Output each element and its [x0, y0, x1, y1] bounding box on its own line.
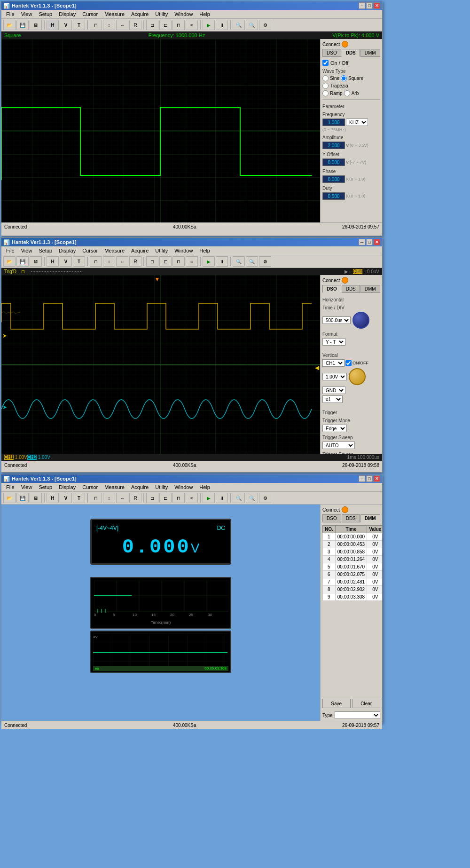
- tb-run-2[interactable]: ⊓: [90, 256, 102, 267]
- tab-dmm-3[interactable]: DMM: [360, 514, 380, 522]
- menu-window-3[interactable]: Window: [172, 484, 196, 490]
- tb-icon10-1[interactable]: ⊓: [172, 20, 185, 30]
- tb-cursor1-2[interactable]: ↕: [103, 256, 115, 267]
- on-off-checkbox-1[interactable]: [322, 60, 329, 66]
- yoff-input-1[interactable]: [322, 158, 345, 166]
- tb-r-1[interactable]: R: [129, 20, 141, 30]
- tb-t-3[interactable]: T: [73, 493, 85, 503]
- freq-unit-select-1[interactable]: KHZ MHz Hz: [346, 118, 368, 126]
- tb-icon9-1[interactable]: ⊏: [159, 20, 172, 30]
- minimize-btn-3[interactable]: ─: [359, 475, 365, 482]
- close-btn-3[interactable]: ✕: [374, 475, 380, 482]
- amp-input-1[interactable]: [322, 142, 345, 149]
- probe-select-2[interactable]: x1 x10: [322, 395, 343, 403]
- tb-save-3[interactable]: 💾: [16, 493, 29, 503]
- tb-open-1[interactable]: 📂: [3, 20, 16, 30]
- menu-file-2[interactable]: File: [3, 247, 17, 254]
- tb-screen-2[interactable]: 🖥: [30, 256, 42, 267]
- menu-cursor-1[interactable]: Cursor: [79, 11, 101, 17]
- tab-dds-3[interactable]: DDS: [342, 514, 360, 522]
- format-select-2[interactable]: Y - T X - Y: [322, 338, 345, 346]
- close-btn-1[interactable]: ✕: [374, 2, 380, 9]
- tb-icon11-1[interactable]: ≈: [186, 20, 198, 30]
- tb-open-2[interactable]: 📂: [3, 256, 16, 267]
- tb-save-1[interactable]: 💾: [16, 20, 29, 30]
- tb-h-1[interactable]: H: [47, 20, 59, 30]
- menu-measure-3[interactable]: Measure: [102, 484, 127, 490]
- tb-t-2[interactable]: T: [73, 256, 85, 267]
- phase-input-1[interactable]: [322, 175, 345, 183]
- tab-dds-2[interactable]: DDS: [342, 285, 360, 293]
- tab-dds-1[interactable]: DDS: [342, 49, 360, 57]
- clear-button-3[interactable]: Clear: [352, 699, 381, 708]
- maximize-btn-3[interactable]: □: [366, 475, 373, 482]
- menu-utility-2[interactable]: Utility: [152, 247, 171, 254]
- tab-dmm-2[interactable]: DMM: [360, 285, 380, 293]
- tb-zoom-in-2[interactable]: 🔍: [233, 256, 245, 267]
- tb-screen-3[interactable]: 🖥: [30, 493, 42, 503]
- menu-measure-1[interactable]: Measure: [102, 11, 127, 17]
- menu-setup-3[interactable]: Setup: [36, 484, 55, 490]
- ch-onoff-2[interactable]: [345, 360, 352, 366]
- tab-dso-1[interactable]: DSO: [322, 49, 341, 57]
- tb-open-3[interactable]: 📂: [3, 493, 16, 503]
- freq-input-1[interactable]: [322, 118, 345, 126]
- menu-acquire-1[interactable]: Acquire: [128, 11, 151, 17]
- menu-help-1[interactable]: Help: [196, 11, 213, 17]
- tb-play-3[interactable]: ▶: [203, 493, 215, 503]
- menu-setup-1[interactable]: Setup: [36, 11, 55, 17]
- menu-help-3[interactable]: Help: [196, 484, 213, 490]
- tb-cursor2-3[interactable]: ↔: [116, 493, 128, 503]
- tb-run-3[interactable]: ⊓: [90, 493, 102, 503]
- tb-v-2[interactable]: V: [60, 256, 72, 267]
- timediv-select-2[interactable]: 500.0us 1ms 100us: [322, 316, 351, 324]
- tb-r-3[interactable]: R: [129, 493, 141, 503]
- tb-r-2[interactable]: R: [129, 256, 141, 267]
- tb-zoom-in-1[interactable]: 🔍: [233, 20, 245, 30]
- tb-h-2[interactable]: H: [47, 256, 59, 267]
- tb-play-2[interactable]: ▶: [203, 256, 215, 267]
- tb-zoom-out-3[interactable]: 🔍: [246, 493, 258, 503]
- tb-icon8-3[interactable]: ⊐: [146, 493, 158, 503]
- menu-view-3[interactable]: View: [18, 484, 35, 490]
- tb-play-1[interactable]: ▶: [203, 20, 215, 30]
- trigsweep-select-2[interactable]: AUTO NORMAL SINGLE: [322, 442, 355, 449]
- tb-screen-1[interactable]: 🖥: [30, 20, 42, 30]
- tb-icon11-2[interactable]: ≈: [186, 256, 198, 267]
- tb-pause-1[interactable]: ⏸: [216, 20, 228, 30]
- tb-cursor2-1[interactable]: ↔: [116, 20, 128, 30]
- tab-dmm-1[interactable]: DMM: [360, 49, 380, 57]
- tb-settings-2[interactable]: ⚙: [259, 256, 271, 267]
- tb-cursor1-1[interactable]: ↕: [103, 20, 115, 30]
- menu-cursor-3[interactable]: Cursor: [79, 484, 101, 490]
- trigmode-select-2[interactable]: Edge Pulse Video: [322, 425, 347, 432]
- tb-settings-1[interactable]: ⚙: [259, 20, 271, 30]
- close-btn-2[interactable]: ✕: [374, 239, 380, 245]
- tab-dso-3[interactable]: DSO: [322, 514, 341, 522]
- tb-t-1[interactable]: T: [73, 20, 85, 30]
- tb-cursor2-2[interactable]: ↔: [116, 256, 128, 267]
- menu-file-1[interactable]: File: [3, 11, 17, 17]
- tb-zoom-in-3[interactable]: 🔍: [233, 493, 245, 503]
- tb-cursor1-3[interactable]: ↕: [103, 493, 115, 503]
- menu-help-2[interactable]: Help: [196, 247, 213, 254]
- menu-display-1[interactable]: Display: [56, 11, 78, 17]
- menu-cursor-2[interactable]: Cursor: [79, 247, 101, 254]
- duty-input-1[interactable]: [322, 192, 345, 200]
- tb-save-2[interactable]: 💾: [16, 256, 29, 267]
- menu-window-1[interactable]: Window: [172, 11, 196, 17]
- menu-view-1[interactable]: View: [18, 11, 35, 17]
- tb-settings-3[interactable]: ⚙: [259, 493, 271, 503]
- tb-icon10-2[interactable]: ⊓: [172, 256, 185, 267]
- menu-setup-2[interactable]: Setup: [36, 247, 55, 254]
- maximize-btn-2[interactable]: □: [366, 239, 373, 245]
- maximize-btn-1[interactable]: □: [366, 2, 373, 9]
- menu-window-2[interactable]: Window: [172, 247, 196, 254]
- menu-acquire-3[interactable]: Acquire: [128, 484, 151, 490]
- minimize-btn-1[interactable]: ─: [359, 2, 365, 9]
- tb-icon10-3[interactable]: ⊓: [172, 493, 185, 503]
- coupling-select-2[interactable]: GND DC AC: [322, 387, 345, 394]
- volt-select-2[interactable]: 1.00V 500mV 2V: [322, 373, 347, 380]
- minimize-btn-2[interactable]: ─: [359, 239, 365, 245]
- time-knob-2[interactable]: [352, 312, 369, 329]
